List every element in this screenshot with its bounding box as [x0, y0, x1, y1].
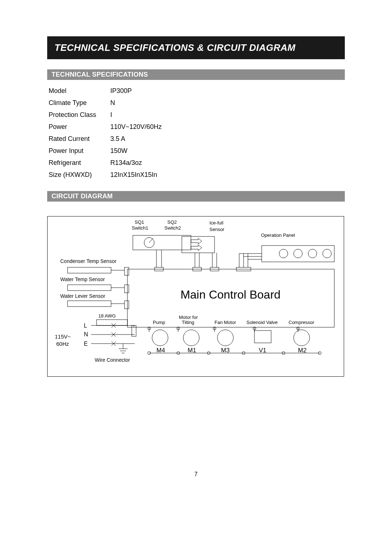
icefull-label: Ice-full — [209, 220, 223, 226]
circuit-diagram: SQ1 Switch1 SQ2 Switch2 Ice-full Sensor … — [47, 216, 344, 377]
spec-row: Rated Current 3.5 A — [49, 133, 345, 145]
svg-rect-1 — [133, 235, 191, 250]
spec-value: 12InX15InX15In — [110, 171, 157, 179]
water-temp-label: Water Temp Sensor — [60, 276, 105, 282]
svg-rect-36 — [124, 301, 129, 309]
m2-label: M2 — [298, 347, 307, 354]
svg-point-65 — [217, 330, 233, 346]
spec-row: Refrigerant R134a/3oz — [49, 157, 345, 169]
spec-row: Size (HXWXD) 12InX15InX15In — [49, 169, 345, 181]
power-60hz-label: 60Hz — [56, 341, 69, 347]
svg-rect-30 — [124, 267, 129, 275]
spec-row: Protection Class I — [49, 109, 345, 121]
spec-value: N — [110, 99, 115, 107]
section-diagram-heading: CIRCUIT DIAGRAM — [47, 191, 345, 202]
svg-line-3 — [149, 238, 153, 243]
spec-label: Size (HXWXD) — [49, 171, 110, 179]
svg-rect-33 — [124, 285, 129, 293]
page-number: 7 — [47, 471, 345, 478]
spec-value: IP300P — [110, 87, 132, 95]
spec-value: 150W — [110, 147, 127, 155]
pump-label: Pump — [153, 320, 165, 325]
spec-row: Model IP300P — [49, 85, 345, 97]
water-level-label: Water Lever Sensor — [60, 293, 105, 299]
svg-point-64 — [183, 330, 199, 346]
spec-label: Model — [49, 87, 110, 95]
svg-rect-37 — [97, 320, 127, 325]
fan-motor-label: Fan Motor — [215, 320, 236, 325]
spec-value: R134a/3oz — [110, 159, 142, 167]
spec-value: 3.5 A — [110, 135, 125, 143]
svg-point-63 — [152, 330, 168, 346]
sq1-sub-label: Switch1 — [132, 225, 148, 231]
section-specs-heading: TECHNICAL SPECIFICATIONS — [47, 69, 345, 80]
spec-row: Power Input 150W — [49, 145, 345, 157]
L-label: L — [84, 323, 87, 329]
spec-label: Power Input — [49, 147, 110, 155]
sq1-label: SQ1 — [135, 219, 144, 225]
m1-label: M1 — [188, 347, 196, 354]
compressor-label: Compressor — [289, 320, 314, 325]
motor-tilt1-label: Motor for — [179, 315, 198, 320]
svg-rect-34 — [68, 301, 111, 307]
spec-value: 110V~120V/60Hz — [110, 123, 162, 131]
svg-rect-28 — [68, 267, 111, 273]
spec-value: I — [110, 111, 112, 119]
spec-row: Climate Type N — [49, 97, 345, 109]
spec-row: Power 110V~120V/60Hz — [49, 121, 345, 133]
svg-rect-31 — [68, 285, 111, 291]
svg-rect-16 — [262, 246, 334, 262]
motor-tilt2-label: Tilting — [182, 320, 194, 325]
svg-point-19 — [308, 249, 317, 258]
svg-point-18 — [294, 249, 302, 258]
spec-label: Power — [49, 123, 110, 131]
v1-label: V1 — [259, 347, 266, 354]
op-panel-label: Operation Panel — [261, 232, 295, 238]
m4-label: M4 — [156, 347, 165, 354]
circuit-diagram-svg: SQ1 Switch1 SQ2 Switch2 Ice-full Sensor … — [48, 216, 344, 376]
spec-label: Refrigerant — [49, 159, 110, 167]
awg-label: 18 AWG — [98, 313, 116, 319]
E-label: E — [84, 341, 88, 347]
spec-label: Rated Current — [49, 135, 110, 143]
svg-marker-8 — [191, 238, 202, 244]
svg-point-20 — [323, 249, 331, 258]
svg-rect-66 — [254, 331, 271, 343]
N-label: N — [84, 331, 88, 337]
svg-point-17 — [279, 249, 288, 258]
wire-conn-label: Wire Connector — [95, 357, 130, 363]
m3-label: M3 — [221, 347, 230, 354]
svg-point-67 — [294, 330, 310, 346]
sq2-sub-label: Switch2 — [164, 225, 181, 231]
power-115v-label: 115V~ — [55, 333, 71, 340]
spec-label: Climate Type — [49, 99, 110, 107]
solenoid-label: Solenoid Valve — [246, 320, 278, 325]
sq2-label: SQ2 — [167, 219, 177, 225]
spec-label: Protection Class — [49, 111, 110, 119]
cond-temp-label: Condenser Temp Sensor — [60, 258, 117, 264]
page-title: TECHNICAL SPECIFICATIONS & CIRCUIT DIAGR… — [47, 36, 345, 59]
main-control-board-label: Main Control Board — [180, 288, 281, 301]
spec-table: Model IP300P Climate Type N Protection C… — [49, 85, 345, 181]
svg-marker-9 — [191, 245, 202, 251]
icefull-sub-label: Sensor — [209, 227, 225, 232]
